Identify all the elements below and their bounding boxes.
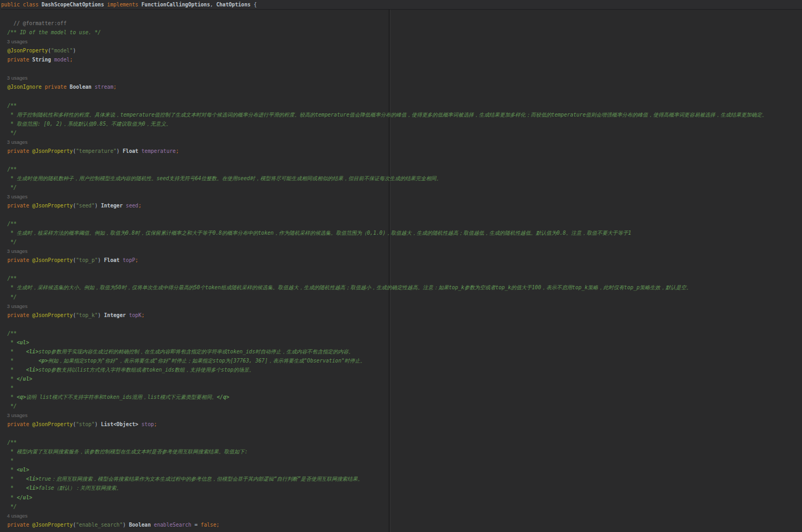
code-line[interactable]: * 生成时使用的随机数种子，用户控制模型生成内容的随机性。seed支持无符号64… [1, 174, 802, 183]
code-line[interactable]: * 生成时，采样候选集的大小。例如，取值为50时，仅将单次生成中得分最高的50个… [1, 283, 802, 292]
code-line[interactable]: /** [1, 165, 802, 174]
code-line[interactable]: * 模型内置了互联网搜索服务，该参数控制模型在生成文本时是否参考使用互联网搜索结… [1, 447, 802, 456]
code-token: */ [1, 504, 17, 510]
code-token: ; [154, 421, 157, 427]
code-token: ; [113, 84, 117, 90]
code-line[interactable]: * <li>true：启用互联网搜索，模型会将搜索结果作为文本生成过程中的参考信… [1, 474, 802, 483]
code-token: Integer [104, 312, 129, 318]
code-line[interactable]: private @JsonProperty("enable_search") B… [1, 520, 802, 529]
usages-inlay-hint[interactable]: 3 usages [7, 412, 28, 418]
code-line[interactable]: private @JsonProperty("top_p") Float top… [1, 256, 802, 265]
code-token: topP [123, 257, 135, 263]
code-token: // @formatter:off [1, 20, 66, 26]
code-token: ) [98, 257, 104, 263]
code-line[interactable]: * [1, 456, 802, 465]
code-token: 例如，如果指定stop为"你好"，表示将要生成"你好"时停止；如果指定stop为… [48, 358, 366, 364]
code-line[interactable]: */ [1, 292, 802, 302]
code-line[interactable]: * 取值范围: [0, 2)，系统默认值0.85。不建议取值为0，无意义。 [1, 119, 802, 128]
code-token: stream [95, 84, 113, 90]
code-token: FunctionCallingOptions [141, 2, 210, 7]
code-line[interactable]: /** [1, 219, 802, 228]
code-line[interactable]: private @JsonProperty("top_k") Integer t… [1, 311, 802, 320]
code-line[interactable]: */ [1, 402, 802, 411]
code-line[interactable]: @JsonProperty("model") [1, 46, 802, 55]
code-line[interactable]: /** ID of the model to use. */ [1, 28, 802, 37]
code-token: ; [217, 522, 220, 528]
code-line[interactable]: /** [1, 329, 802, 338]
code-line[interactable]: * <li>stop参数支持以list方式传入字符串数组或者token_ids数… [1, 365, 802, 374]
code-token: * 取值范围: [0, 2)，系统默认值0.85。不建议取值为0，无意义。 [1, 121, 171, 127]
code-line[interactable]: private @JsonProperty("stop") List<Objec… [1, 420, 802, 429]
usages-inlay-line[interactable]: 3 usages [1, 302, 802, 311]
usages-inlay-hint[interactable]: 3 usages [7, 194, 28, 199]
code-line[interactable]: * <ul> [1, 465, 802, 474]
code-line[interactable]: * 生成时，核采样方法的概率阈值。例如，取值为0.8时，仅保留累计概率之和大于等… [1, 228, 802, 237]
code-line[interactable]: * <q>说明 list模式下不支持字符串和token_ids混用，list模式… [1, 392, 802, 402]
code-token: private [45, 84, 70, 90]
usages-inlay-hint[interactable]: 3 usages [7, 38, 28, 44]
code-token: String [32, 57, 54, 63]
code-token: "top_p" [76, 257, 98, 263]
usages-inlay-line[interactable]: 3 usages [1, 137, 802, 147]
code-line[interactable]: */ [1, 502, 802, 511]
usages-inlay-line[interactable]: 3 usages [1, 73, 802, 82]
code-line[interactable]: /** [1, 101, 802, 110]
code-token: <ul> [17, 467, 29, 473]
code-token: private [1, 203, 32, 209]
code-line[interactable]: /** [1, 274, 802, 283]
usages-inlay-hint[interactable]: 3 usages [7, 248, 28, 254]
usages-inlay-line[interactable]: 3 usages [1, 411, 802, 420]
code-token: <li> [26, 476, 38, 482]
code-token: * 生成时，采样候选集的大小。例如，取值为50时，仅将单次生成中得分最高的50个… [1, 284, 691, 290]
code-line[interactable]: public class DashScopeChatOptions implem… [1, 0, 802, 10]
code-line[interactable]: * </ul> [1, 493, 802, 502]
code-token: ) [123, 522, 129, 528]
code-line[interactable]: @JsonIgnore private Boolean stream; [1, 82, 802, 91]
code-line[interactable]: * <li>stop参数用于实现内容生成过程的精确控制，在生成内容即将包含指定的… [1, 347, 802, 356]
code-line[interactable]: /** [1, 438, 802, 447]
code-line[interactable]: */ [1, 128, 802, 137]
usages-inlay-line[interactable]: 3 usages [1, 246, 802, 256]
code-line[interactable]: * [1, 383, 802, 392]
code-token: ChatOptions [216, 2, 253, 7]
editor-code-area[interactable]: public class DashScopeChatOptions implem… [0, 0, 802, 529]
usages-inlay-line[interactable]: 3 usages [1, 192, 802, 201]
code-line[interactable]: // @formatter:off [1, 19, 802, 28]
code-line[interactable] [1, 91, 802, 101]
code-token: * [1, 349, 26, 354]
usages-inlay-line[interactable]: 3 usages [1, 37, 802, 46]
code-line[interactable]: private @JsonProperty("seed") Integer se… [1, 201, 802, 210]
usages-inlay-hint[interactable]: 4 usages [7, 513, 28, 519]
code-line[interactable]: */ [1, 237, 802, 246]
code-token: <li> [26, 367, 38, 373]
code-line[interactable]: * 用于控制随机性和多样性的程度。具体来说，temperature值控制了生成文… [1, 110, 802, 119]
code-line[interactable] [1, 10, 802, 19]
code-token: </ul> [17, 495, 32, 500]
code-line[interactable] [1, 210, 802, 219]
code-token: false（默认）：关闭互联网搜索。 [38, 485, 121, 491]
code-line[interactable] [1, 64, 802, 73]
code-line[interactable]: * <p>例如，如果指定stop为"你好"，表示将要生成"你好"时停止；如果指定… [1, 356, 802, 365]
code-token: true：启用互联网搜索，模型会将搜索结果作为文本生成过程中的参考信息，但模型会… [38, 476, 363, 482]
code-line[interactable]: * <ul> [1, 338, 802, 347]
code-line[interactable]: private @JsonProperty("temperature") Flo… [1, 147, 802, 156]
usages-inlay-hint[interactable]: 3 usages [7, 303, 28, 309]
code-token: seed [126, 203, 138, 209]
usages-inlay-line[interactable]: 4 usages [1, 511, 802, 520]
code-line[interactable]: */ [1, 183, 802, 192]
code-token: ; [135, 257, 138, 263]
code-line[interactable]: * </ul> [1, 374, 802, 383]
code-token: </ul> [17, 376, 32, 382]
code-token: "top_k" [76, 312, 98, 318]
code-line[interactable]: private String model; [1, 55, 802, 64]
code-line[interactable] [1, 320, 802, 329]
code-line[interactable]: * <li>false（默认）：关闭互联网搜索。 [1, 483, 802, 492]
usages-inlay-hint[interactable]: 3 usages [7, 75, 28, 81]
usages-inlay-hint[interactable]: 3 usages [7, 139, 28, 145]
code-line[interactable] [1, 429, 802, 438]
code-line[interactable] [1, 265, 802, 274]
code-line[interactable] [1, 156, 802, 165]
code-editor[interactable]: public class DashScopeChatOptions implem… [0, 0, 802, 532]
code-token: model [54, 57, 70, 63]
code-token: /** [1, 221, 17, 227]
